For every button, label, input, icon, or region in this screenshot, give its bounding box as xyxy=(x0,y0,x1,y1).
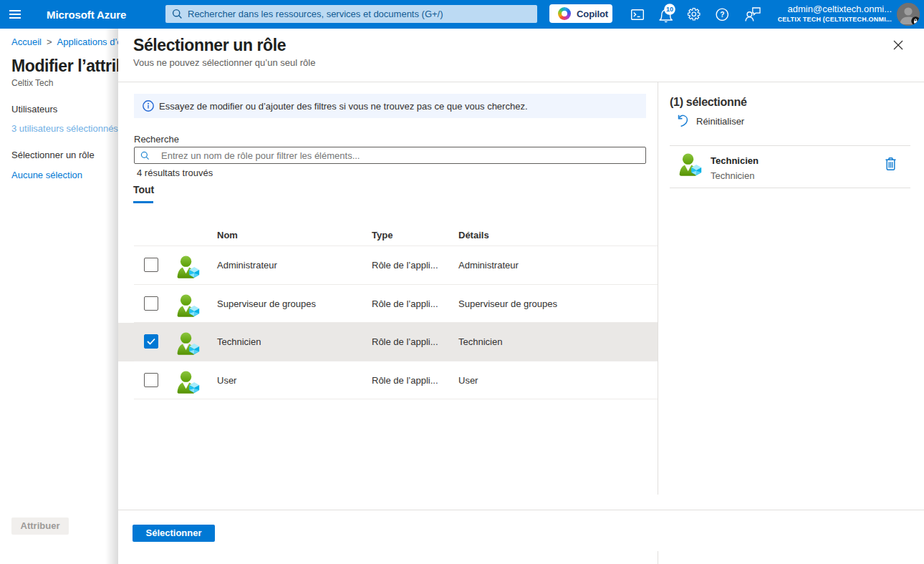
svg-text:?: ? xyxy=(720,11,724,19)
svg-text:10: 10 xyxy=(666,6,673,13)
